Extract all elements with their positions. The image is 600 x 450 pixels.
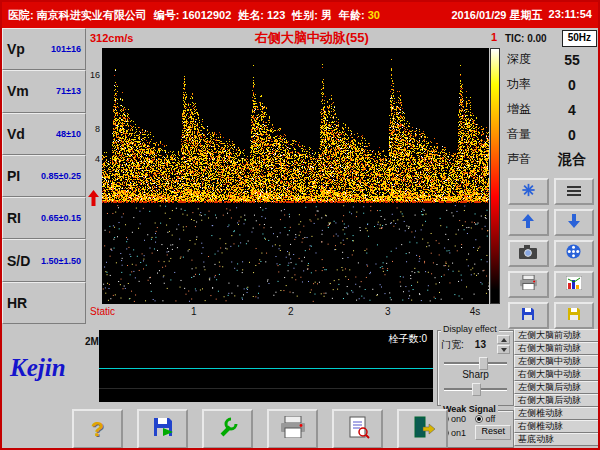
doppler-spectrum-canvas: [102, 48, 489, 304]
param-row-vm: Vm71±13: [2, 70, 86, 112]
setting-label: 声音: [507, 151, 549, 168]
radio-label: on1: [451, 428, 466, 438]
artery-item[interactable]: 右侧椎动脉: [514, 420, 599, 433]
param-value: 101±16: [51, 44, 81, 54]
spinner-down-button[interactable]: [497, 345, 510, 354]
arrow-down-icon: [567, 214, 581, 232]
param-label: Vp: [7, 41, 25, 57]
artery-item[interactable]: 左侧大脑中动脉: [514, 355, 599, 368]
artery-item[interactable]: 右侧大脑中动脉: [514, 368, 599, 381]
control-panel: TIC: 0.00 50Hz 深度55 功率0 增益4 音量0 声音混合: [502, 28, 600, 324]
artery-item[interactable]: 基底动脉: [514, 433, 599, 446]
time-value: 23:11:54: [549, 8, 592, 23]
print-button[interactable]: [267, 409, 318, 449]
exit-button[interactable]: [397, 409, 448, 449]
ytick: 4: [95, 154, 100, 164]
radio-label: off: [485, 414, 495, 424]
param-row-sd: S/D1.50±1.50: [2, 239, 86, 281]
menu-button[interactable]: [554, 178, 595, 205]
snowflake-icon: [521, 183, 536, 201]
slider-thumb[interactable]: [472, 383, 481, 396]
slider-thumb[interactable]: [479, 357, 488, 370]
artery-item[interactable]: 左侧大脑后动脉: [514, 381, 599, 394]
quick-print-button[interactable]: [508, 271, 549, 298]
probe-label: 2M: [85, 336, 99, 347]
xtick: 3: [385, 306, 391, 317]
ytick: 16: [90, 70, 100, 80]
param-row-hr: HR: [2, 282, 86, 324]
param-value: 0.85±0.25: [41, 171, 81, 181]
artery-item[interactable]: 右侧大脑后动脉: [514, 394, 599, 407]
display-effect-title: Display effect: [441, 324, 499, 334]
tools-button[interactable]: [202, 409, 253, 449]
gender-label: 性别:: [292, 8, 318, 23]
report-doc-icon: [346, 415, 370, 443]
gate-width-slider[interactable]: [444, 357, 507, 368]
param-row-pi: PI0.85±0.25: [2, 155, 86, 197]
artery-item[interactable]: 左侧椎动脉: [514, 407, 599, 420]
xtick: 4s: [470, 306, 481, 317]
display-effect-group: Display effect 门宽: 13 Sharp: [437, 330, 514, 406]
param-label: PI: [7, 168, 20, 184]
colorbar-top-label: 1: [491, 31, 497, 43]
mains-frequency-button[interactable]: 50Hz: [562, 30, 597, 47]
setting-depth: 深度55: [502, 47, 600, 72]
vessel-title: 右侧大脑中动脉(55): [133, 29, 490, 47]
spinner-up-button[interactable]: [497, 335, 510, 344]
reset-button[interactable]: Reset: [475, 425, 511, 440]
spectral-header: 312cm/s 右侧大脑中动脉(55): [86, 28, 490, 48]
save-data-button[interactable]: [508, 302, 549, 329]
setting-label: 增益: [507, 101, 549, 118]
weak-signal-title: Weak Signal: [441, 404, 498, 414]
gender-value: 男: [321, 8, 332, 23]
floppy-arrow-icon: [151, 415, 175, 443]
age-value: 30: [368, 9, 380, 21]
param-value: 71±13: [56, 86, 81, 96]
radio-icon: [475, 415, 483, 423]
question-mark-icon: ?: [91, 417, 104, 441]
param-label: S/D: [7, 253, 30, 269]
baseline-arrow-icon[interactable]: [88, 190, 99, 210]
panel-button-grid: [502, 172, 600, 329]
velocity-axis: 16 8 4: [86, 48, 102, 304]
date-value: 2016/01/29 星期五: [451, 8, 542, 23]
scale-down-button[interactable]: [554, 209, 595, 236]
id-label: 编号:: [154, 8, 180, 23]
artery-item[interactable]: 左侧大脑前动脉: [514, 329, 599, 342]
save-button[interactable]: [137, 409, 188, 449]
bottom-toolbar: ?: [72, 409, 448, 449]
param-row-vd: Vd48±10: [2, 113, 86, 155]
help-button[interactable]: ?: [72, 409, 123, 449]
setting-volume: 音量0: [502, 122, 600, 147]
gate-width-label: 门宽:: [441, 338, 464, 352]
snapshot-button[interactable]: [508, 240, 549, 267]
menu-lines-icon: [566, 183, 582, 201]
load-data-button[interactable]: [554, 302, 595, 329]
param-value: 0.65±0.15: [41, 213, 81, 223]
sharp-slider[interactable]: [444, 383, 507, 394]
setting-label: 深度: [507, 51, 549, 68]
tcd-application-window: 医院:南京科进实业有限公司 编号:16012902 姓名:123 性别:男 年龄…: [0, 0, 600, 450]
trend-chart-button[interactable]: [554, 271, 595, 298]
age-label: 年龄:: [339, 8, 365, 23]
arrow-up-icon: [521, 214, 535, 232]
film-reel-icon: [566, 244, 581, 263]
setting-power: 功率0: [502, 72, 600, 97]
mmode-trace-line: [99, 368, 433, 369]
scale-up-button[interactable]: [508, 209, 549, 236]
param-label: RI: [7, 210, 21, 226]
report-button[interactable]: [332, 409, 383, 449]
patient-info-bar: 医院:南京科进实业有限公司 编号:16012902 姓名:123 性别:男 年龄…: [2, 2, 598, 28]
weak-signal-option-off[interactable]: off: [475, 414, 511, 424]
name-value: 123: [267, 9, 285, 21]
artery-item[interactable]: 右侧大脑前动脉: [514, 342, 599, 355]
freeze-button[interactable]: [508, 178, 549, 205]
param-row-ri: RI0.65±0.15: [2, 197, 86, 239]
param-row-vp: Vp101±16: [2, 28, 86, 70]
slider-track[interactable]: [444, 362, 507, 365]
bar-chart-icon: [566, 276, 582, 294]
wrench-icon: [216, 415, 240, 443]
floppy-blue-icon: [521, 307, 535, 325]
video-button[interactable]: [554, 240, 595, 267]
setting-value: 55: [549, 52, 595, 68]
